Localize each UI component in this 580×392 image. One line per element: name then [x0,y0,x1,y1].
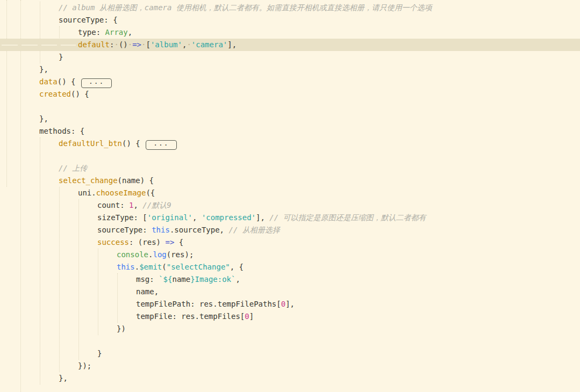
token-plain: () { [71,90,89,98]
code-line-content: created() { [0,90,89,98]
code-line[interactable]: msg: `${name}Image:ok`, [0,273,580,286]
code-line-content: sizeType: ['original', 'compressed'], //… [0,213,426,222]
token-plain: }) [117,324,126,333]
token-arrow: => [165,238,174,246]
token-plain: ], [285,300,295,308]
token-plain: , [192,213,202,222]
code-line-content: // album 从相册选图，camera 使用相机，默认二者都有。如需直接开相… [0,3,432,12]
token-plain: name, [136,287,159,296]
code-line-content: count: 1, //默认9 [0,201,171,209]
code-line[interactable]: methods: { [0,125,580,137]
token-plain: sizeType: [ [97,213,147,222]
code-line-content: }, [0,374,68,382]
code-line[interactable]: sourceType: this.sourceType, // 从相册选择 [0,224,580,236]
folded-code-button[interactable]: ··· [146,140,176,150]
token-ws: · [114,40,118,49]
token-plain: .sourceType, [170,226,229,234]
code-line[interactable]: sourceType: { [0,14,580,26]
code-line[interactable]: tempFilePath: res.tempFilePaths[0], [0,298,580,310]
token-plain: . [135,263,139,271]
code-line[interactable]: count: 1, //默认9 [0,199,580,212]
code-line[interactable]: select_change(name) { [0,175,580,187]
token-plain: count: [97,201,129,209]
token-plain: } [59,53,63,61]
code-line[interactable]: type: Array, [0,26,580,39]
token-plain: , [128,28,132,37]
token-plain: tempFile: res.tempFiles[ [136,312,245,321]
code-line[interactable]: console.log(res); [0,249,580,261]
token-plain: msg: [136,275,159,284]
code-area[interactable]: // album 从相册选图，camera 使用相机，默认二者都有。如需直接开相… [0,0,580,384]
code-line[interactable]: sizeType: ['original', 'compressed'], //… [0,212,580,224]
token-ws: · [128,40,132,49]
code-line[interactable]: // 上传 [0,162,580,175]
token-plain: methods: { [39,127,84,135]
code-line-content: } [0,53,63,61]
token-builtin: console [117,250,148,259]
token-plain: ], [227,40,237,49]
code-line[interactable]: }) [0,323,580,335]
code-line[interactable] [0,335,580,347]
token-func: default [78,40,110,49]
token-plain: ], [256,213,269,222]
code-line-content: sourceType: this.sourceType, // 从相册选择 [0,226,280,234]
token-builtin: Array [105,28,128,37]
code-line-content: msg: `${name}Image:ok`, [0,275,240,284]
code-line-content: data() { ··· [0,77,112,86]
token-plain: }, [59,374,68,382]
code-line-content: }) [0,324,126,333]
token-string: `${ [159,275,172,284]
code-line[interactable]: }, [0,63,580,76]
code-line[interactable]: success: (res) => { [0,236,580,249]
token-comment: // 上传 [59,164,87,172]
token-ws: · [187,40,191,49]
token-comment: //默认9 [142,201,171,209]
code-line-current[interactable]: default:·()·=>·['album',·'camera'], [0,39,580,51]
token-string: 'camera' [191,40,227,49]
token-plain: sourceType: { [59,16,118,24]
token-plain: (name) { [118,176,154,185]
token-number: 0 [281,300,285,308]
code-line[interactable]: uni.chooseImage({ [0,187,580,199]
token-func: select_change [59,176,118,185]
code-line[interactable] [0,100,580,113]
code-line-content: methods: { [0,127,84,135]
code-line[interactable] [0,150,580,162]
token-string: "selectChange" [167,263,230,271]
token-string: 'original' [147,213,192,222]
token-comment: // 可以指定是原图还是压缩图，默认二者都有 [269,213,426,222]
code-line-content: // 上传 [0,164,87,172]
token-plain: }, [39,65,48,74]
code-line[interactable]: }, [0,372,580,384]
token-method: log [153,250,166,259]
token-comment: // album 从相册选图，camera 使用相机，默认二者都有。如需直接开相… [59,3,432,12]
code-line-content: default:·()·=>·['album',·'camera'], [0,40,237,49]
code-line[interactable]: name, [0,286,580,298]
token-plain: type: [78,28,105,37]
code-line[interactable]: tempFile: res.tempFiles[0] [0,310,580,323]
token-func: data [39,77,58,86]
token-comment: // 从相册选择 [228,226,280,234]
code-line[interactable]: }); [0,360,580,372]
code-line-content: }, [0,114,48,123]
code-line-content [0,337,20,345]
code-line[interactable]: created() { [0,88,580,100]
token-string: }Image:ok` [190,275,235,284]
code-line[interactable]: }, [0,113,580,125]
code-line-content: }); [0,361,91,370]
code-line-content: name, [0,287,159,296]
folded-code-button[interactable]: ··· [81,78,112,88]
token-plain: () [119,40,128,49]
code-line[interactable]: // album 从相册选图，camera 使用相机，默认二者都有。如需直接开相… [0,2,580,14]
code-line[interactable]: data() { ··· [0,76,580,88]
code-line-content: sourceType: { [0,16,118,24]
code-line-content: } [0,349,102,358]
code-line-content: select_change(name) { [0,176,154,185]
token-func: created [39,90,71,98]
code-line[interactable]: } [0,347,580,360]
token-func: success [97,238,129,246]
code-line[interactable]: this.$emit("selectChange", { [0,261,580,273]
code-line-content: success: (res) => { [0,238,183,246]
code-line[interactable]: } [0,51,580,63]
code-line[interactable]: defaultUrl_btn() { ··· [0,137,580,150]
